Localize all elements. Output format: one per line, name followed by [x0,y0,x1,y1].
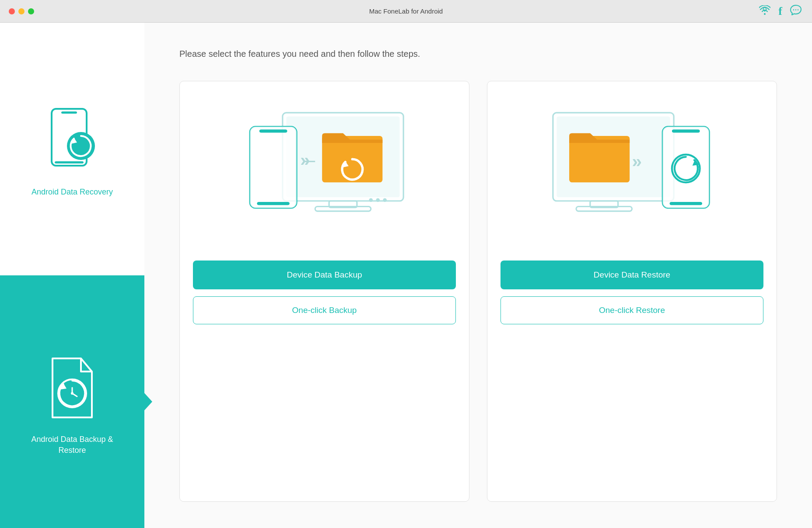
sidebar-item-android-data-recovery[interactable]: Android Data Recovery [0,23,144,275]
svg-rect-37 [670,202,702,205]
sidebar-item-android-data-backup-restore-label: Android Data Backup &Restore [31,434,113,456]
svg-rect-17 [315,207,371,212]
content-subtitle: Please select the features you need and … [179,49,777,59]
sidebar-item-android-data-recovery-label: Android Data Recovery [32,187,113,198]
svg-point-3 [798,9,798,10]
cards-row: » Device Data Backup One-click Backup [179,81,777,502]
title-bar: Mac FoneLab for Android f [0,0,812,23]
sidebar-active-arrow [144,392,152,411]
window-controls [9,8,34,14]
backup-illustration: » [193,99,456,247]
svg-rect-6 [55,161,84,163]
svg-rect-31 [576,207,632,212]
facebook-icon[interactable]: f [778,5,782,18]
main-layout: Android Data Recovery Android Data Backu… [0,23,812,528]
restore-card: » Device Data Restore One-click Restore [487,81,777,502]
sidebar-item-android-data-backup-restore[interactable]: Android Data Backup &Restore [0,275,144,528]
svg-text:»: » [632,151,642,171]
svg-rect-25 [259,129,287,132]
sidebar: Android Data Recovery Android Data Backu… [0,23,144,528]
maximize-button[interactable] [28,8,34,14]
backup-card: » Device Data Backup One-click Backup [179,81,469,502]
svg-text:»: » [300,150,310,170]
backup-illus-svg: » [193,99,456,247]
wifi-icon[interactable] [759,5,770,17]
svg-point-13 [71,392,74,395]
svg-point-20 [383,198,387,202]
app-title: Mac FoneLab for Android [369,7,443,15]
restore-illustration: » [500,99,763,247]
android-data-recovery-icon [39,100,105,179]
one-click-restore-button[interactable]: One-click Restore [500,296,763,324]
svg-rect-36 [672,129,700,132]
one-click-backup-button[interactable]: One-click Backup [193,296,456,324]
svg-rect-5 [61,111,77,114]
chat-icon[interactable] [790,5,802,18]
device-data-restore-button[interactable]: Device Data Restore [500,261,763,289]
minimize-button[interactable] [18,8,24,14]
content-area: Please select the features you need and … [144,23,812,528]
svg-point-2 [795,9,796,10]
close-button[interactable] [9,8,15,14]
android-data-backup-icon [39,347,105,426]
svg-rect-26 [257,202,289,205]
svg-rect-24 [250,127,297,208]
device-data-backup-button[interactable]: Device Data Backup [193,261,456,289]
svg-rect-35 [663,127,709,208]
svg-point-18 [369,198,373,202]
restore-illus-svg: » [500,99,763,247]
svg-point-19 [376,198,380,202]
svg-point-1 [793,9,794,10]
titlebar-icons: f [759,5,802,18]
